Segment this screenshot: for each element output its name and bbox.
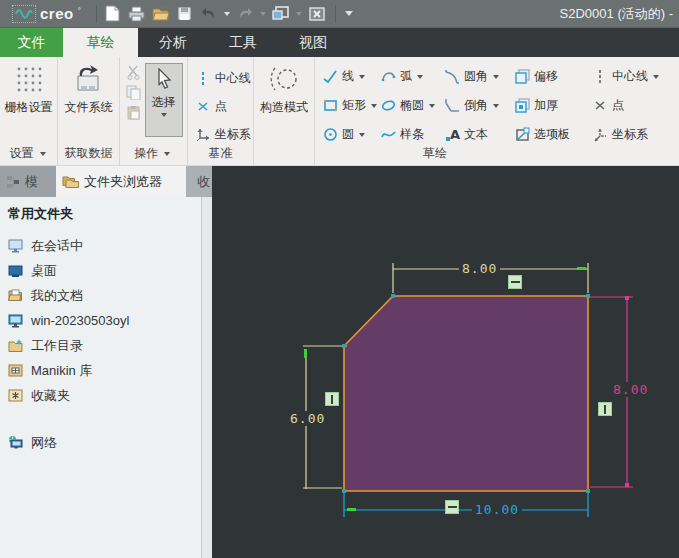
- cursor-icon: [153, 68, 175, 92]
- tab-sketch[interactable]: 草绘: [63, 28, 138, 57]
- group-label-settings[interactable]: 设置: [0, 145, 57, 162]
- undo-button[interactable]: [198, 3, 220, 25]
- group-construction: 构造模式: [254, 57, 315, 165]
- point-icon: [196, 99, 211, 114]
- creo-logo: creo °: [0, 5, 91, 23]
- ribbon-tab-bar: 文件 草绘 分析 工具 视图: [0, 28, 679, 57]
- coordinate-system-icon: [196, 127, 211, 142]
- file-system-button[interactable]: 文件系统: [58, 57, 119, 116]
- tab-file[interactable]: 文件: [0, 28, 63, 57]
- group-sketch: 线 弧 圆角 偏移 中心线: [315, 57, 679, 165]
- tab-tools[interactable]: 工具: [208, 28, 278, 57]
- dimension-bottom-lines[interactable]: [344, 493, 588, 517]
- coordinate-system-icon: [593, 127, 608, 142]
- centerline-dropdown-icon[interactable]: [653, 75, 659, 79]
- datum-csys-button[interactable]: 坐标系: [196, 120, 253, 148]
- paste-icon: [126, 105, 141, 120]
- dimension-value-left[interactable]: 6.00: [287, 411, 328, 426]
- circle-dropdown-icon[interactable]: [359, 133, 365, 137]
- rectangle-button[interactable]: 矩形: [323, 91, 381, 120]
- folder-item-desktop[interactable]: 桌面: [8, 258, 212, 283]
- operations-dropdown-icon: [164, 152, 170, 156]
- dimension-handle-top[interactable]: [508, 275, 522, 289]
- folder-item-my-documents[interactable]: 我的文档: [8, 283, 212, 308]
- folder-item-network[interactable]: 网络: [8, 430, 212, 455]
- undo-dropdown-icon[interactable]: [224, 12, 230, 16]
- new-file-button[interactable]: [102, 3, 124, 25]
- line-dropdown-icon[interactable]: [359, 75, 365, 79]
- settings-dropdown-icon: [40, 152, 46, 156]
- dimension-arrow: [625, 483, 629, 487]
- fillet-button[interactable]: 圆角: [445, 62, 515, 91]
- reference-tick: [304, 349, 307, 358]
- tab-view[interactable]: 视图: [278, 28, 348, 57]
- sketch-csys-button[interactable]: 坐标系: [593, 120, 679, 149]
- reference-tick: [347, 508, 356, 511]
- datum-point-button[interactable]: 点: [196, 92, 253, 120]
- tab-favorites[interactable]: 收: [186, 166, 212, 197]
- print-button[interactable]: [126, 3, 148, 25]
- quick-access-toolbar: [102, 3, 355, 25]
- close-window-button[interactable]: [306, 3, 328, 25]
- arc-button[interactable]: 弧: [381, 62, 445, 91]
- dimension-handle-left[interactable]: [325, 392, 339, 406]
- folder-item-favorites[interactable]: 收藏夹: [8, 383, 212, 408]
- sketch-canvas[interactable]: 8.00 6.00 8.00 10.00: [212, 166, 679, 558]
- window-dropdown-icon: [296, 12, 302, 16]
- line-button[interactable]: 线: [323, 62, 381, 91]
- library-icon: [8, 363, 23, 378]
- window-switch-button[interactable]: [270, 3, 292, 25]
- construction-mode-button[interactable]: 构造模式: [254, 57, 314, 116]
- save-button[interactable]: [174, 3, 196, 25]
- ellipse-button[interactable]: 椭圆: [381, 91, 445, 120]
- fillet-dropdown-icon[interactable]: [493, 75, 499, 79]
- navigator-panel: 模 文件夹浏览器 收 常用文件夹 在会话中: [0, 166, 212, 558]
- toolbar-separator: [335, 5, 336, 23]
- arc-dropdown-icon[interactable]: [417, 75, 423, 79]
- window-title: S2D0001 (活动的) -: [355, 5, 679, 23]
- chamfer-dropdown-icon[interactable]: [493, 104, 499, 108]
- dimension-handle-right[interactable]: [598, 402, 612, 416]
- line-icon: [323, 69, 338, 84]
- folder-item-in-session[interactable]: 在会话中: [8, 233, 212, 258]
- panel-scrollbar[interactable]: [201, 197, 212, 558]
- folder-browser-body: 常用文件夹 在会话中 桌面 我的文档 win-20230503oyl: [0, 197, 212, 455]
- open-button[interactable]: [150, 3, 172, 25]
- rectangle-dropdown-icon[interactable]: [371, 104, 377, 108]
- folder-item-computer[interactable]: win-20230503oyl: [8, 308, 212, 333]
- folder-item-manikin-library[interactable]: Manikin 库: [8, 358, 212, 383]
- offset-button[interactable]: 偏移: [515, 62, 593, 91]
- point-icon: [593, 98, 608, 113]
- dimension-value-bottom[interactable]: 10.00: [472, 502, 522, 517]
- dimension-handle-bottom[interactable]: [445, 500, 459, 514]
- ribbon: 栅格设置 设置 文件系统 获取数据: [0, 57, 679, 166]
- redo-button[interactable]: [234, 3, 256, 25]
- chamfer-icon: [445, 98, 460, 113]
- thicken-button[interactable]: 加厚: [515, 91, 593, 120]
- toolbar-customize-icon[interactable]: [345, 11, 353, 16]
- fillet-icon: [445, 69, 460, 84]
- tab-analysis[interactable]: 分析: [138, 28, 208, 57]
- datum-centerline-button[interactable]: 中心线: [196, 64, 253, 92]
- chamfer-button[interactable]: 倒角: [445, 91, 515, 120]
- navigator-tab-bar: 模 文件夹浏览器 收: [0, 166, 212, 197]
- grid-dots-icon: [14, 64, 44, 94]
- select-button[interactable]: 选择: [145, 63, 183, 137]
- folder-item-working-directory[interactable]: 工作目录: [8, 333, 212, 358]
- dimension-value-top[interactable]: 8.00: [459, 261, 500, 276]
- group-label-datum: 基准: [188, 145, 253, 162]
- tab-model-tree[interactable]: 模: [0, 166, 56, 197]
- toolbar-separator: [96, 5, 97, 23]
- sketch-point-button[interactable]: 点: [593, 91, 679, 120]
- centerline-icon: [196, 71, 211, 86]
- group-label-operations[interactable]: 操作: [120, 145, 187, 162]
- sketch-section-polygon[interactable]: [344, 296, 588, 491]
- select-dropdown-icon[interactable]: [161, 113, 167, 117]
- tab-folder-browser[interactable]: 文件夹浏览器: [56, 166, 186, 197]
- grid-settings-button[interactable]: 栅格设置: [0, 57, 57, 116]
- sketch-centerline-button[interactable]: 中心线: [593, 62, 679, 91]
- dimension-value-right[interactable]: 8.00: [610, 382, 651, 397]
- file-system-icon: [72, 64, 104, 94]
- ellipse-dropdown-icon[interactable]: [429, 104, 435, 108]
- group-settings: 栅格设置 设置: [0, 57, 58, 165]
